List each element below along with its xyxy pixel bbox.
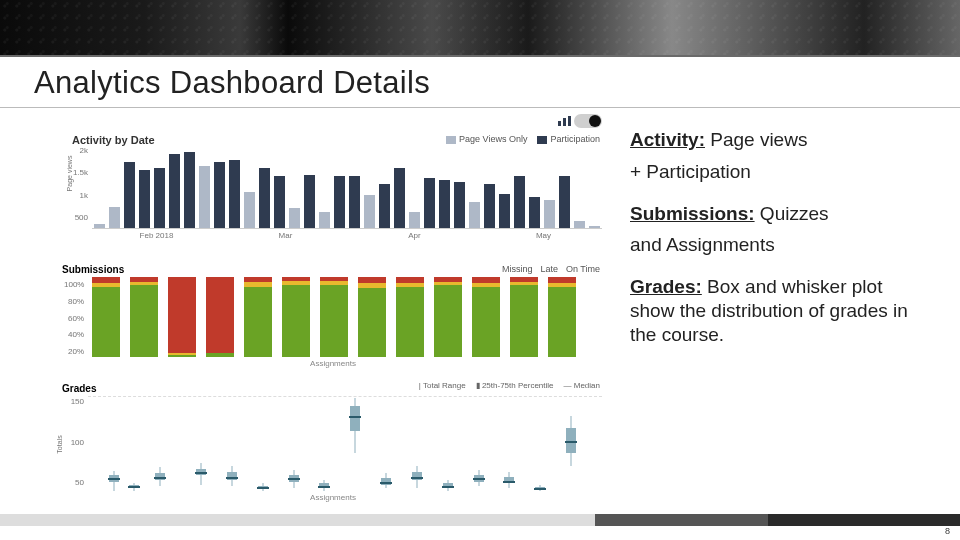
grades-xlabel: Assignments xyxy=(58,493,608,502)
activity-bar xyxy=(154,168,165,228)
activity-chart: Activity by Date Page Views Only Partici… xyxy=(58,120,608,256)
description-column: Activity: Page views + Participation Sub… xyxy=(608,120,940,513)
activity-bar xyxy=(349,176,360,228)
submission-bar xyxy=(472,277,500,357)
activity-bar xyxy=(214,162,225,228)
activity-bar xyxy=(184,152,195,228)
activity-bar xyxy=(409,212,420,228)
submissions-desc-2: and Assignments xyxy=(630,233,928,257)
submissions-yaxis: 100%80%60%40%20% xyxy=(64,280,84,356)
grades-plot xyxy=(88,396,602,491)
decorative-header-band xyxy=(0,0,960,55)
activity-legend: Page Views Only Participation xyxy=(446,134,600,144)
chart-view-toggle[interactable] xyxy=(574,114,602,128)
submissions-legend: Missing Late On Time xyxy=(502,264,600,274)
activity-bar xyxy=(94,224,105,228)
activity-bar xyxy=(289,208,300,228)
submissions-chart: Submissions Missing Late On Time 100%80%… xyxy=(58,258,608,377)
submission-bar xyxy=(510,277,538,357)
activity-bar xyxy=(514,176,525,228)
page-title: Analytics Dashboard Details xyxy=(34,65,926,101)
activity-bar xyxy=(334,176,345,228)
grades-ylabel: Totals xyxy=(56,435,63,453)
activity-bar xyxy=(379,184,390,228)
footer-band xyxy=(0,514,960,526)
submission-bar xyxy=(358,277,386,357)
activity-bar xyxy=(529,197,540,228)
activity-bar xyxy=(499,194,510,228)
activity-bar xyxy=(424,178,435,228)
submission-bar xyxy=(320,277,348,357)
activity-bar xyxy=(454,182,465,228)
activity-bar xyxy=(469,202,480,228)
activity-bar xyxy=(109,207,120,228)
activity-bar xyxy=(364,195,375,228)
page-number: 8 xyxy=(945,526,950,536)
activity-bar xyxy=(124,162,135,228)
activity-yaxis: 2k1.5k1k500 xyxy=(70,146,88,222)
grades-legend: | Total Range ▮ 25th-75th Percentile — M… xyxy=(419,381,600,390)
activity-bar xyxy=(439,180,450,228)
activity-bar xyxy=(229,160,240,228)
submissions-plot xyxy=(88,277,602,357)
submission-bar xyxy=(282,277,310,357)
submission-bar xyxy=(434,277,462,357)
activity-xaxis: Feb 2018MarAprMay xyxy=(92,229,608,240)
activity-bar xyxy=(394,168,405,228)
submission-bar xyxy=(130,277,158,357)
activity-bar xyxy=(304,175,315,228)
bar-chart-icon xyxy=(558,116,572,126)
submission-bar xyxy=(548,277,576,357)
submissions-xlabel: Assignments xyxy=(58,359,608,368)
submission-bar xyxy=(92,277,120,357)
activity-bar xyxy=(274,176,285,228)
grades-desc: Grades: Box and whisker plot show the di… xyxy=(630,275,928,346)
activity-desc-2: + Participation xyxy=(630,160,928,184)
grades-chart: Grades | Total Range ▮ 25th-75th Percent… xyxy=(58,379,608,511)
grades-yaxis: 15010050 xyxy=(64,397,84,487)
submission-bar xyxy=(168,277,196,357)
activity-bar xyxy=(139,170,150,228)
activity-bar xyxy=(484,184,495,228)
activity-bar xyxy=(199,166,210,228)
activity-plot xyxy=(92,148,602,229)
activity-bar xyxy=(319,212,330,228)
submission-bar xyxy=(396,277,424,357)
activity-bar xyxy=(259,168,270,228)
submission-bar xyxy=(206,277,234,357)
charts-column: Activity by Date Page Views Only Partici… xyxy=(58,120,608,513)
activity-bar xyxy=(244,192,255,228)
submission-bar xyxy=(244,277,272,357)
title-row: Analytics Dashboard Details xyxy=(0,57,960,108)
activity-desc: Activity: Page views xyxy=(630,128,928,152)
activity-bar xyxy=(559,176,570,228)
activity-bar xyxy=(544,200,555,228)
submissions-desc: Submissions: Quizzes xyxy=(630,202,928,226)
activity-bar xyxy=(574,221,585,228)
activity-bar xyxy=(169,154,180,228)
activity-bar xyxy=(589,226,600,228)
